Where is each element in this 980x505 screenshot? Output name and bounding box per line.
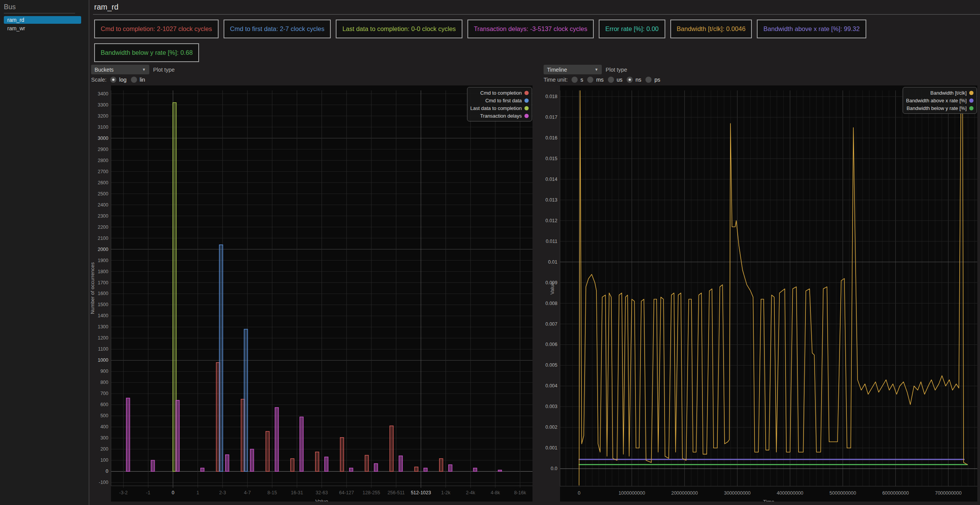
svg-text:6000000000: 6000000000	[882, 490, 909, 496]
legend-item[interactable]: Last data to completion	[470, 104, 529, 112]
svg-text:8-16k: 8-16k	[514, 490, 526, 495]
histogram-chart-wrap: -100010020030040050060070080090010001100…	[90, 85, 542, 502]
svg-text:Number of occurrences: Number of occurrences	[90, 262, 95, 314]
histogram-chart-canvas[interactable]: -100010020030040050060070080090010001100…	[90, 85, 542, 502]
svg-text:0.004: 0.004	[546, 383, 557, 389]
svg-text:1400: 1400	[98, 313, 108, 318]
scale-radio-label: log	[119, 77, 126, 83]
legend-label: Bandwidth [t/clk]	[930, 90, 967, 96]
svg-text:0.017: 0.017	[546, 115, 557, 120]
svg-text:2-3: 2-3	[219, 490, 226, 495]
time-unit-option-ms[interactable]: ms	[587, 77, 603, 83]
scale-radio-log[interactable]	[110, 77, 116, 83]
timeline-plot-type-value: Timeline	[547, 67, 567, 73]
timeline-chart-wrap: 0.00.0010.0020.0030.0040.0050.0060.0070.…	[542, 85, 980, 502]
legend-color-dot	[524, 98, 529, 103]
svg-text:3400: 3400	[98, 91, 108, 97]
legend-item[interactable]: Transaction delays	[470, 112, 529, 120]
svg-text:0.01: 0.01	[548, 259, 557, 265]
histogram-plot-type-value: Buckets	[95, 67, 114, 73]
time-unit-radio-label: ms	[596, 77, 603, 83]
svg-text:2700: 2700	[98, 169, 108, 174]
svg-text:1000000000: 1000000000	[619, 490, 645, 496]
sidebar-item-ram_rd[interactable]: ram_rd	[4, 16, 81, 24]
scale-radio-label: lin	[140, 77, 145, 83]
timeline-chart-canvas[interactable]: 0.00.0010.0020.0030.0040.0050.0060.0070.…	[542, 85, 980, 502]
scale-label: Scale:	[91, 77, 106, 83]
timeline-plot-type-dropdown[interactable]: Timeline ▼	[544, 65, 602, 74]
stat-badge: Last data to completion: 0-0 clock cycle…	[336, 20, 462, 38]
legend-item[interactable]: Bandwidth [t/clk]	[906, 89, 973, 97]
svg-text:1300: 1300	[98, 324, 108, 330]
timeline-plot-type-label: Plot type	[606, 67, 627, 73]
svg-text:300: 300	[100, 435, 108, 441]
svg-text:800: 800	[100, 380, 108, 385]
legend-item[interactable]: Cmd to first data	[470, 97, 529, 104]
svg-text:Value: Value	[549, 282, 555, 294]
time-unit-radio-ps[interactable]	[645, 77, 652, 83]
time-unit-radio-s[interactable]	[572, 77, 578, 83]
svg-text:0.008: 0.008	[546, 301, 557, 306]
svg-text:-100: -100	[99, 480, 108, 485]
svg-text:0.015: 0.015	[546, 156, 557, 161]
legend-item[interactable]: Bandwidth below y rate [%]	[906, 104, 973, 112]
svg-text:1200: 1200	[98, 335, 108, 341]
stat-badge: Transaction delays: -3-5137 clock cycles	[467, 20, 594, 38]
legend-item[interactable]: Bandwidth above x rate [%]	[906, 97, 973, 104]
time-unit-radio-label: us	[617, 77, 622, 83]
app-window: Bus ram_rdram_wr ram_rd Cmd to completio…	[0, 0, 980, 505]
scale-option-log[interactable]: log	[110, 77, 126, 83]
scale-radio-lin[interactable]	[131, 77, 137, 83]
legend-color-dot	[969, 91, 973, 95]
legend-label: Bandwidth above x rate [%]	[906, 98, 967, 103]
time-unit-option-s[interactable]: s	[572, 77, 583, 83]
svg-text:128-255: 128-255	[363, 490, 380, 495]
scale-radio-row: Scale: loglin	[91, 75, 542, 84]
charts-area: Buckets ▼ Plot type Scale: loglin -10001…	[90, 64, 980, 502]
bus-list: ram_rdram_wr	[0, 16, 89, 32]
time-unit-option-ns[interactable]: ns	[627, 77, 641, 83]
scale-option-lin[interactable]: lin	[131, 77, 145, 83]
sidebar-item-ram_wr[interactable]: ram_wr	[4, 25, 81, 32]
svg-text:-3-2: -3-2	[119, 490, 127, 495]
legend-item[interactable]: Cmd to completion	[470, 89, 529, 97]
svg-text:0.006: 0.006	[546, 342, 557, 347]
legend-label: Bandwidth below y rate [%]	[906, 105, 967, 111]
svg-text:2600: 2600	[98, 180, 108, 185]
time-unit-radio-us[interactable]	[608, 77, 614, 83]
histogram-plot-type-dropdown[interactable]: Buckets ▼	[91, 65, 149, 74]
svg-text:1: 1	[196, 490, 199, 495]
time-unit-option-us[interactable]: us	[608, 77, 622, 83]
svg-text:3100: 3100	[98, 125, 108, 130]
time-unit-option-ps[interactable]: ps	[645, 77, 660, 83]
sidebar: Bus ram_rdram_wr	[0, 0, 89, 505]
histogram-panel: Buckets ▼ Plot type Scale: loglin -10001…	[90, 64, 542, 502]
svg-text:0.012: 0.012	[546, 218, 557, 223]
time-unit-radio-ms[interactable]	[587, 77, 593, 83]
svg-text:3300: 3300	[98, 102, 108, 108]
svg-text:2900: 2900	[98, 147, 108, 152]
legend-label: Last data to completion	[470, 105, 522, 111]
legend-color-dot	[969, 106, 973, 110]
svg-text:100: 100	[100, 457, 108, 463]
svg-text:0.011: 0.011	[546, 239, 557, 244]
svg-text:-1: -1	[146, 490, 150, 495]
svg-text:Time: Time	[763, 499, 774, 502]
svg-text:0.018: 0.018	[546, 94, 557, 99]
svg-text:1000: 1000	[98, 357, 108, 363]
svg-text:500: 500	[100, 413, 108, 418]
histogram-legend: Cmd to completionCmd to first dataLast d…	[467, 87, 532, 121]
legend-label: Cmd to first data	[485, 98, 522, 103]
svg-text:0.005: 0.005	[546, 362, 557, 368]
svg-text:2100: 2100	[98, 236, 108, 241]
time-unit-label: Time unit:	[544, 77, 568, 83]
stat-badge: Cmd to first data: 2-7 clock cycles	[224, 20, 331, 38]
svg-text:0: 0	[172, 490, 174, 495]
svg-text:32-63: 32-63	[316, 490, 328, 495]
svg-text:8-15: 8-15	[267, 490, 277, 495]
time-unit-radio-label: ps	[654, 77, 660, 83]
svg-text:0.002: 0.002	[546, 425, 557, 430]
stat-badge: Error rate [%]: 0.00	[599, 20, 665, 38]
svg-text:1-2k: 1-2k	[441, 490, 451, 495]
time-unit-radio-ns[interactable]	[627, 77, 633, 83]
